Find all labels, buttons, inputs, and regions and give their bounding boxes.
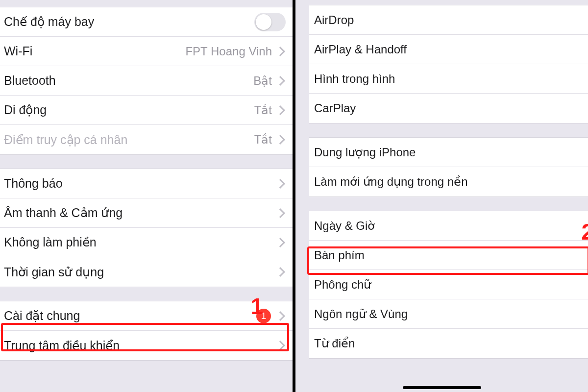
row-language-region[interactable]: Ngôn ngữ & Vùng <box>309 299 588 329</box>
row-sounds[interactable]: Âm thanh & Cảm ứng <box>0 198 293 228</box>
row-label: Hình trong hình <box>314 72 581 86</box>
row-iphone-storage[interactable]: Dung lượng iPhone <box>309 138 588 167</box>
general-group-2: Dung lượng iPhone Làm mới ứng dụng trong… <box>309 137 588 197</box>
row-label: Không làm phiền <box>4 235 277 249</box>
row-dictionary[interactable]: Từ điển <box>309 329 588 358</box>
row-value: Tắt <box>254 103 272 117</box>
chevron-right-icon <box>275 179 285 189</box>
row-notifications[interactable]: Thông báo <box>0 169 293 198</box>
row-label: AirPlay & Handoff <box>314 43 581 56</box>
row-label: Ngày & Giờ <box>314 219 581 233</box>
settings-group-network: Chế độ máy bay Wi-Fi FPT Hoang Vinh Blue… <box>0 7 293 155</box>
row-fonts[interactable]: Phông chữ <box>309 270 588 299</box>
row-label: Chế độ máy bay <box>4 15 254 29</box>
row-label: Điểm truy cập cá nhân <box>4 133 254 147</box>
row-label: Làm mới ứng dụng trong nền <box>314 175 581 189</box>
settings-main-panel: Chế độ máy bay Wi-Fi FPT Hoang Vinh Blue… <box>0 0 295 392</box>
chevron-right-icon <box>275 208 285 218</box>
row-dnd[interactable]: Không làm phiền <box>0 228 293 257</box>
row-label: Phông chữ <box>314 278 581 292</box>
toggle-airplane[interactable] <box>254 13 286 31</box>
notification-badge: 1 <box>256 309 271 323</box>
row-label: Thông báo <box>4 176 277 191</box>
row-label: Bàn phím <box>314 248 581 262</box>
row-keyboard[interactable]: Bàn phím <box>309 241 588 270</box>
row-airplay-handoff[interactable]: AirPlay & Handoff <box>309 35 588 64</box>
row-screentime[interactable]: Thời gian sử dụng <box>0 257 293 287</box>
row-airdrop[interactable]: AirDrop <box>309 5 588 35</box>
row-airplane-mode[interactable]: Chế độ máy bay <box>0 7 293 37</box>
row-label: Cài đặt chung <box>4 309 256 323</box>
chevron-right-icon <box>275 238 285 247</box>
row-value: Bật <box>253 74 272 88</box>
row-pip[interactable]: Hình trong hình <box>309 64 588 94</box>
row-wifi[interactable]: Wi-Fi FPT Hoang Vinh <box>0 37 293 66</box>
row-label: Dung lượng iPhone <box>314 146 581 159</box>
row-carplay[interactable]: CarPlay <box>309 94 588 123</box>
row-hotspot: Điểm truy cập cá nhân Tắt <box>0 125 293 154</box>
chevron-right-icon <box>275 47 285 56</box>
row-value: Tắt <box>254 133 272 147</box>
chevron-right-icon <box>275 267 285 277</box>
row-value: FPT Hoang Vinh <box>185 45 272 58</box>
row-bluetooth[interactable]: Bluetooth Bật <box>0 66 293 96</box>
row-label: Wi-Fi <box>4 44 185 58</box>
row-general[interactable]: Cài đặt chung 1 <box>0 301 293 331</box>
row-label: Từ điển <box>314 337 581 350</box>
chevron-right-icon <box>275 311 285 321</box>
chevron-right-icon <box>275 76 285 86</box>
row-label: Ngôn ngữ & Vùng <box>314 307 581 321</box>
chevron-right-icon <box>275 105 285 115</box>
row-label: Bluetooth <box>4 74 253 88</box>
settings-group-general: Cài đặt chung 1 Trung tâm điều khiển <box>0 301 293 361</box>
row-label: Âm thanh & Cảm ứng <box>4 206 277 220</box>
row-cellular[interactable]: Di động Tắt <box>0 96 293 125</box>
row-label: Thời gian sử dụng <box>4 265 277 279</box>
general-group-1: AirDrop AirPlay & Handoff Hình trong hìn… <box>309 5 588 123</box>
row-label: Trung tâm điều khiển <box>4 339 277 353</box>
row-background-refresh[interactable]: Làm mới ứng dụng trong nền <box>309 167 588 196</box>
row-label: AirDrop <box>314 13 581 27</box>
chevron-right-icon <box>275 341 285 350</box>
general-settings-panel: AirDrop AirPlay & Handoff Hình trong hìn… <box>295 0 588 392</box>
row-control-center[interactable]: Trung tâm điều khiển <box>0 331 293 360</box>
settings-group-notifications: Thông báo Âm thanh & Cảm ứng Không làm p… <box>0 169 293 287</box>
row-label: Di động <box>4 103 254 117</box>
row-date-time[interactable]: Ngày & Giờ <box>309 211 588 241</box>
home-indicator <box>403 386 481 389</box>
general-group-3: Ngày & Giờ Bàn phím Phông chữ Ngôn ngữ &… <box>309 211 588 359</box>
chevron-right-icon <box>275 135 285 145</box>
row-label: CarPlay <box>314 101 581 115</box>
